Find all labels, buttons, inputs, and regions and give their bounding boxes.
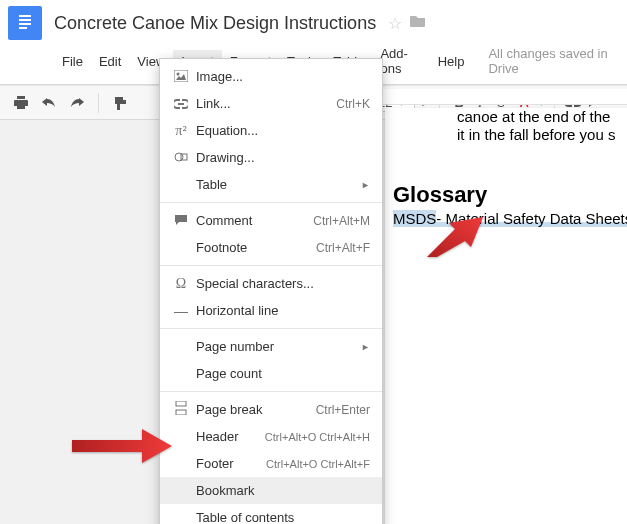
menu-item-header[interactable]: HeaderCtrl+Alt+O Ctrl+Alt+H bbox=[160, 423, 382, 450]
svg-rect-2 bbox=[19, 23, 31, 25]
body-text-line: canoe at the end of the bbox=[457, 108, 610, 125]
body-text-line: it in the fall before you s bbox=[457, 126, 615, 143]
menu-item-footnote[interactable]: FootnoteCtrl+Alt+F bbox=[160, 234, 382, 261]
menu-item-link[interactable]: Link...Ctrl+K bbox=[160, 90, 382, 117]
menu-help[interactable]: Help bbox=[430, 50, 473, 73]
equation-icon: π² bbox=[170, 123, 192, 139]
menu-item-comment[interactable]: CommentCtrl+Alt+M bbox=[160, 207, 382, 234]
svg-rect-1 bbox=[19, 19, 31, 21]
save-status: All changes saved in Drive bbox=[488, 46, 619, 76]
redo-icon[interactable] bbox=[66, 92, 88, 114]
menu-item-bookmark[interactable]: Bookmark bbox=[160, 477, 382, 504]
document-page[interactable]: canoe at the end of the it in the fall b… bbox=[385, 108, 627, 524]
menu-edit[interactable]: Edit bbox=[91, 50, 129, 73]
svg-rect-0 bbox=[19, 15, 31, 17]
svg-rect-8 bbox=[176, 401, 186, 406]
menu-item-image[interactable]: Image... bbox=[160, 63, 382, 90]
document-title[interactable]: Concrete Canoe Mix Design Instructions bbox=[54, 13, 376, 34]
comment-icon bbox=[170, 213, 192, 229]
titlebar: Concrete Canoe Mix Design Instructions ☆ bbox=[0, 0, 627, 40]
svg-rect-3 bbox=[19, 27, 27, 29]
svg-rect-9 bbox=[176, 410, 186, 415]
menu-item-page-number[interactable]: Page number► bbox=[160, 333, 382, 360]
menu-item-page-break[interactable]: Page breakCtrl+Enter bbox=[160, 396, 382, 423]
omega-icon: Ω bbox=[170, 276, 192, 292]
menu-item-drawing[interactable]: Drawing... bbox=[160, 144, 382, 171]
submenu-arrow-icon: ► bbox=[361, 342, 370, 352]
link-icon bbox=[170, 96, 192, 112]
menu-item-equation[interactable]: π²Equation... bbox=[160, 117, 382, 144]
docs-logo[interactable] bbox=[8, 6, 42, 40]
insert-menu-dropdown: Image... Link...Ctrl+K π²Equation... Dra… bbox=[159, 58, 383, 524]
paint-format-icon[interactable] bbox=[109, 92, 131, 114]
menu-item-horizontal-line[interactable]: ―Horizontal line bbox=[160, 297, 382, 324]
annotation-arrow-icon bbox=[72, 429, 172, 463]
menu-item-footer[interactable]: FooterCtrl+Alt+O Ctrl+Alt+F bbox=[160, 450, 382, 477]
menu-item-special-chars[interactable]: ΩSpecial characters... bbox=[160, 270, 382, 297]
svg-rect-4 bbox=[174, 70, 188, 82]
heading-glossary: Glossary bbox=[393, 182, 487, 208]
print-icon[interactable] bbox=[10, 92, 32, 114]
page-break-icon bbox=[170, 401, 192, 418]
menu-item-toc[interactable]: Table of contents bbox=[160, 504, 382, 524]
star-icon[interactable]: ☆ bbox=[388, 14, 402, 33]
menu-item-table[interactable]: Table► bbox=[160, 171, 382, 198]
hline-icon: ― bbox=[170, 303, 192, 319]
annotation-arrow-icon bbox=[427, 217, 483, 257]
submenu-arrow-icon: ► bbox=[361, 180, 370, 190]
undo-icon[interactable] bbox=[38, 92, 60, 114]
image-icon bbox=[170, 69, 192, 85]
folder-icon[interactable] bbox=[410, 14, 426, 32]
menu-file[interactable]: File bbox=[54, 50, 91, 73]
drawing-icon bbox=[170, 150, 192, 166]
menu-item-page-count[interactable]: Page count bbox=[160, 360, 382, 387]
svg-point-5 bbox=[177, 72, 180, 75]
